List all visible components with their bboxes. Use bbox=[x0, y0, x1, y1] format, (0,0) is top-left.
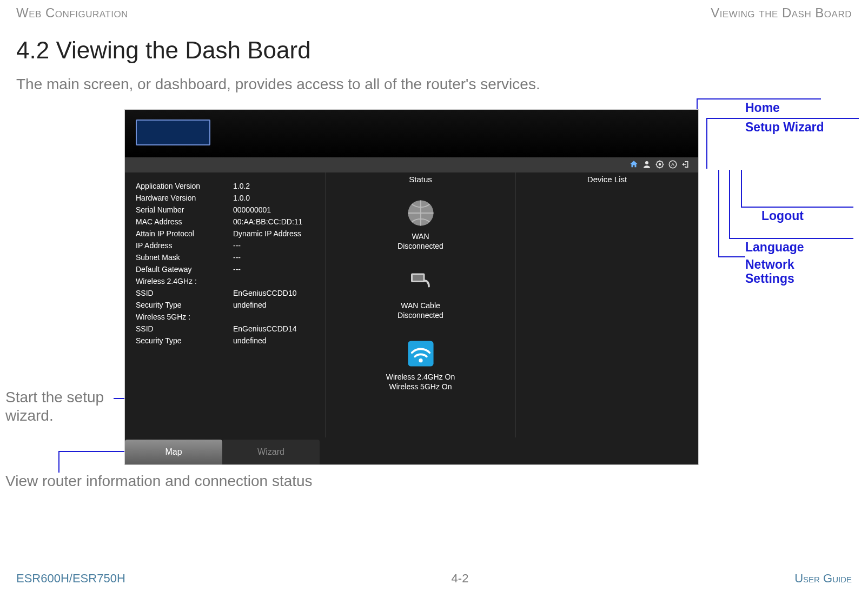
info-row: Security Typeundefined bbox=[136, 335, 320, 347]
info-row: Security Typeundefined bbox=[136, 299, 320, 311]
wifi-icon bbox=[403, 338, 439, 369]
info-row: SSIDEnGeniusCCDD14 bbox=[136, 323, 320, 335]
info-value: undefined bbox=[233, 335, 320, 347]
info-value: EnGeniusCCDD10 bbox=[233, 287, 320, 299]
cable-icon bbox=[403, 267, 439, 297]
logo-placeholder bbox=[136, 119, 210, 145]
annotation-logout: Logout bbox=[761, 207, 853, 223]
info-row: SSIDEnGeniusCCDD10 bbox=[136, 287, 320, 299]
info-key: Application Version bbox=[136, 180, 233, 192]
annotation-home: Home bbox=[745, 98, 821, 115]
svg-point-0 bbox=[645, 161, 648, 164]
header-left: Web Configuration bbox=[16, 5, 128, 21]
person-wizard-icon[interactable] bbox=[641, 158, 653, 170]
footer-right: User Guide bbox=[794, 572, 852, 586]
network-gear-icon[interactable] bbox=[654, 158, 666, 170]
info-key: Attain IP Protocol bbox=[136, 228, 233, 240]
svg-point-2 bbox=[659, 163, 661, 166]
screenshot-tabs: Map Wizard bbox=[125, 437, 698, 464]
info-value: 000000001 bbox=[233, 204, 320, 216]
status-wifi: Wireless 2.4GHz On Wireless 5GHz On bbox=[326, 338, 515, 391]
annotation-language: Language bbox=[745, 238, 853, 254]
globe-icon bbox=[403, 198, 439, 228]
annotation-network-settings: Network Settings bbox=[745, 256, 853, 273]
info-value: --- bbox=[233, 251, 320, 263]
info-value: 1.0.2 bbox=[233, 180, 320, 192]
svg-rect-7 bbox=[413, 275, 423, 281]
logout-icon[interactable] bbox=[680, 158, 692, 170]
footer-center: 4-2 bbox=[452, 572, 469, 586]
info-value: --- bbox=[233, 263, 320, 275]
info-row: MAC Address00:AA:BB:CC:DD:11 bbox=[136, 216, 320, 228]
dashboard-screenshot: A Application Version1.0.2 Hardware Vers… bbox=[124, 109, 699, 465]
info-value: undefined bbox=[233, 299, 320, 311]
status-wan-line2: Disconnected bbox=[326, 241, 515, 251]
wireless-24-label: Wireless 2.4GHz : bbox=[136, 275, 320, 287]
tab-map[interactable]: Map bbox=[125, 440, 222, 464]
home-icon[interactable] bbox=[628, 158, 640, 170]
device-list-header: Device List bbox=[516, 172, 698, 189]
info-key: Serial Number bbox=[136, 204, 233, 216]
status-wan: WAN Disconnected bbox=[326, 198, 515, 251]
screenshot-banner bbox=[125, 110, 698, 157]
device-list-column: Device List bbox=[515, 172, 698, 437]
info-key: Hardware Version bbox=[136, 192, 233, 204]
status-header: Status bbox=[326, 172, 515, 189]
svg-text:A: A bbox=[671, 162, 674, 167]
info-row: Hardware Version1.0.0 bbox=[136, 192, 320, 204]
status-wifi-line2: Wireless 5GHz On bbox=[326, 382, 515, 391]
status-column: Status WAN Disconnected WAN Cable D bbox=[325, 172, 515, 437]
info-key: SSID bbox=[136, 287, 233, 299]
annotation-setup-wizard: Setup Wizard bbox=[745, 118, 859, 134]
info-row: Default Gateway--- bbox=[136, 263, 320, 275]
info-value: 00:AA:BB:CC:DD:11 bbox=[233, 216, 320, 228]
tab-wizard[interactable]: Wizard bbox=[222, 440, 320, 464]
header-right: Viewing the Dash Board bbox=[711, 5, 852, 21]
info-value: Dynamic IP Address bbox=[233, 228, 320, 240]
info-key: Subnet Mask bbox=[136, 251, 233, 263]
info-row: Attain IP ProtocolDynamic IP Address bbox=[136, 228, 320, 240]
info-key: Default Gateway bbox=[136, 263, 233, 275]
info-value: --- bbox=[233, 240, 320, 251]
page-title: 4.2 Viewing the Dash Board bbox=[16, 37, 852, 64]
info-key: IP Address bbox=[136, 240, 233, 251]
globe-a-icon[interactable]: A bbox=[667, 158, 679, 170]
footer-left: ESR600H/ESR750H bbox=[16, 572, 125, 586]
annotation-view-router: View router information and connection s… bbox=[5, 473, 384, 490]
status-wan-line1: WAN bbox=[326, 231, 515, 241]
info-value: 1.0.0 bbox=[233, 192, 320, 204]
status-wifi-line1: Wireless 2.4GHz On bbox=[326, 372, 515, 382]
status-cable-line1: WAN Cable bbox=[326, 301, 515, 310]
info-column: Application Version1.0.2 Hardware Versio… bbox=[125, 172, 325, 437]
info-key: Security Type bbox=[136, 299, 233, 311]
wireless-5-label: Wireless 5GHz : bbox=[136, 311, 320, 323]
intro-text: The main screen, or dashboard, provides … bbox=[16, 76, 852, 93]
info-row: IP Address--- bbox=[136, 240, 320, 251]
svg-point-9 bbox=[419, 358, 422, 362]
screenshot-toolbar: A bbox=[125, 157, 698, 172]
info-value: EnGeniusCCDD14 bbox=[233, 323, 320, 335]
info-key: Security Type bbox=[136, 335, 233, 347]
info-row: Subnet Mask--- bbox=[136, 251, 320, 263]
status-cable: WAN Cable Disconnected bbox=[326, 267, 515, 320]
info-key: SSID bbox=[136, 323, 233, 335]
info-key: MAC Address bbox=[136, 216, 233, 228]
annotation-start-wizard: Start the setup wizard. bbox=[5, 388, 114, 425]
status-cable-line2: Disconnected bbox=[326, 310, 515, 320]
info-row: Serial Number000000001 bbox=[136, 204, 320, 216]
info-row: Application Version1.0.2 bbox=[136, 180, 320, 192]
